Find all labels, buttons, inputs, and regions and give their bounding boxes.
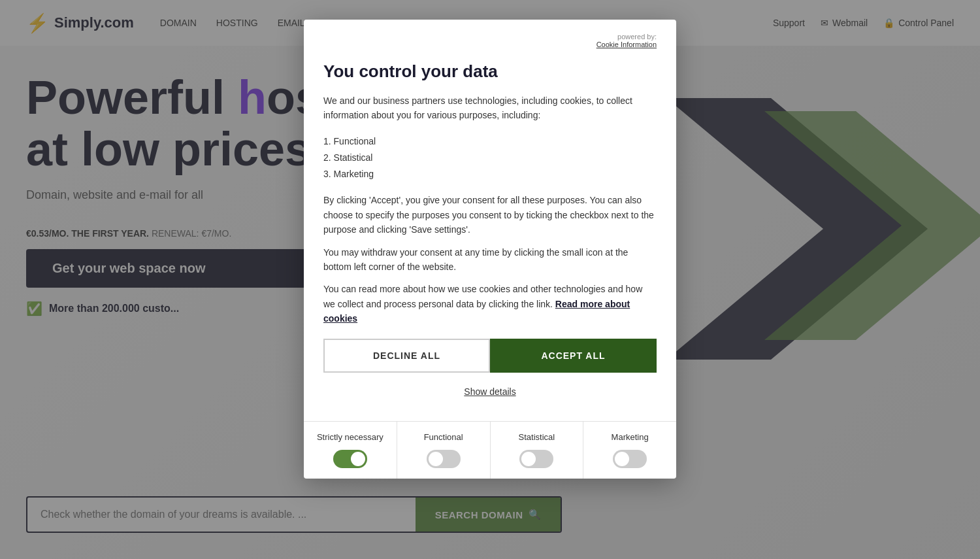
modal-title: You control your data [323, 61, 657, 82]
cookie-tabs: Strictly necessary Functional Statistica… [304, 421, 676, 479]
cookie-tab-statistical: Statistical [491, 422, 584, 479]
cookie-tab-statistical-label: Statistical [497, 432, 577, 442]
show-details-link[interactable]: Show details [464, 386, 515, 397]
decline-all-button[interactable]: DECLINE ALL [323, 339, 490, 373]
powered-by-text: powered by: [617, 33, 657, 41]
cookie-tab-strictly-necessary-label: Strictly necessary [310, 432, 390, 442]
modal-header: powered by: Cookie Information [304, 20, 676, 55]
functional-toggle[interactable] [427, 450, 461, 468]
cookie-tab-functional-label: Functional [404, 432, 483, 442]
modal-readmore: You can read more about how we use cooki… [323, 282, 657, 326]
cookie-modal: powered by: Cookie Information You contr… [304, 20, 676, 479]
modal-list: 1. Functional 2. Statistical 3. Marketin… [323, 133, 657, 183]
modal-description: We and our business partners use technol… [323, 93, 657, 123]
cookie-tab-strictly-necessary: Strictly necessary [304, 422, 397, 479]
modal-buttons: DECLINE ALL ACCEPT ALL [323, 339, 657, 373]
cookie-info-link[interactable]: Cookie Information [596, 41, 657, 48]
modal-body: You control your data We and our busines… [304, 55, 676, 421]
list-item: 2. Statistical [323, 150, 657, 166]
powered-by: powered by: Cookie Information [596, 33, 657, 48]
cookie-tab-functional: Functional [397, 422, 491, 479]
cookie-tab-marketing-label: Marketing [590, 432, 670, 442]
statistical-toggle[interactable] [519, 450, 553, 468]
modal-withdraw-text: You may withdraw your consent at any tim… [323, 245, 657, 275]
list-item: 1. Functional [323, 133, 657, 150]
marketing-toggle[interactable] [613, 450, 647, 468]
list-item: 3. Marketing [323, 166, 657, 182]
strictly-necessary-toggle[interactable] [333, 450, 367, 468]
accept-all-button[interactable]: ACCEPT ALL [490, 339, 657, 373]
modal-consent-text: By clicking 'Accept', you give your cons… [323, 193, 657, 237]
show-details-row: Show details [323, 379, 657, 408]
cookie-tab-marketing: Marketing [583, 422, 676, 479]
